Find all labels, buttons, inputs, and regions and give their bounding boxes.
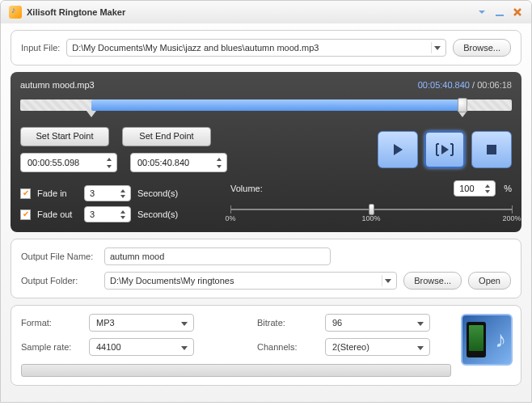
- spin-down-icon[interactable]: [482, 188, 493, 194]
- stop-button[interactable]: [471, 131, 512, 168]
- end-time-value: 00:05:40.840: [137, 158, 189, 167]
- input-file-path: D:\My Documents\My Music\jazz and blues\…: [72, 43, 319, 53]
- fade-in-label: Fade in: [37, 188, 78, 198]
- player-time: 00:05:40.840 / 00:06:18: [418, 80, 512, 90]
- bitrate-label: Bitrate:: [257, 318, 314, 328]
- fade-in-checkbox[interactable]: [20, 188, 31, 199]
- channels-select[interactable]: 2(Stereo): [325, 338, 430, 356]
- play-button[interactable]: [378, 131, 418, 168]
- spin-up-icon[interactable]: [213, 155, 225, 163]
- app-window: Xilisoft Ringtone Maker Input File: D:\M…: [0, 0, 532, 403]
- spin-down-icon[interactable]: [103, 163, 115, 170]
- fade-in-spinner[interactable]: 3: [84, 185, 131, 201]
- spin-up-icon[interactable]: [103, 155, 115, 163]
- app-title: Xilisoft Ringtone Maker: [27, 7, 470, 17]
- player-filename: autumn mood.mp3: [20, 80, 95, 90]
- fade-unit: Second(s): [137, 188, 178, 198]
- output-folder-label: Output Folder:: [21, 276, 98, 285]
- samplerate-label: Sample rate:: [21, 342, 78, 352]
- menu-dropdown-button[interactable]: [476, 6, 488, 18]
- phone-icon: [467, 322, 486, 357]
- svg-rect-1: [487, 145, 496, 154]
- start-time-value: 00:00:55.098: [27, 158, 79, 167]
- spin-up-icon[interactable]: [482, 183, 493, 188]
- fade-out-value: 3: [90, 209, 95, 219]
- minimize-button[interactable]: [494, 6, 505, 18]
- bitrate-select[interactable]: 96: [325, 314, 430, 332]
- set-end-button[interactable]: Set End Point: [122, 127, 211, 146]
- fade-out-checkbox[interactable]: [20, 209, 31, 220]
- dropdown-icon: [414, 317, 427, 330]
- samplerate-value: 44100: [96, 342, 121, 352]
- titlebar: Xilisoft Ringtone Maker: [1, 1, 531, 23]
- start-marker[interactable]: [87, 111, 96, 117]
- app-logo-icon: [9, 6, 22, 19]
- set-start-button[interactable]: Set Start Point: [20, 127, 109, 146]
- output-name-value: autumn mood: [110, 252, 164, 261]
- format-panel: Format: MP3 Bitrate: 96 Sample rate: 441…: [11, 305, 521, 386]
- fade-in-value: 3: [90, 188, 95, 198]
- play-selection-button[interactable]: [424, 131, 465, 168]
- output-name-field[interactable]: autumn mood: [104, 247, 331, 265]
- spin-up-icon[interactable]: [117, 188, 129, 193]
- dropdown-icon: [431, 42, 442, 53]
- format-select[interactable]: MP3: [89, 314, 194, 332]
- volume-value: 100: [459, 184, 474, 193]
- music-note-icon: ♪: [495, 327, 506, 353]
- timeline-track[interactable]: [20, 95, 512, 116]
- output-panel: Output File Name: autumn mood Output Fol…: [11, 239, 521, 298]
- channels-label: Channels:: [257, 342, 314, 352]
- fade-unit: Second(s): [137, 209, 178, 219]
- vol-tick-0: 0%: [225, 214, 235, 222]
- samplerate-select[interactable]: 44100: [89, 338, 194, 356]
- close-button[interactable]: [512, 6, 523, 18]
- dropdown-icon: [178, 317, 191, 330]
- input-panel: Input File: D:\My Documents\My Music\jaz…: [11, 30, 521, 66]
- output-folder-value: D:\My Documents\My ringtones: [110, 276, 234, 285]
- track-selection: [91, 99, 462, 111]
- playhead[interactable]: [458, 95, 467, 116]
- volume-spinner[interactable]: 100: [454, 180, 496, 197]
- start-time-spinner[interactable]: 00:00:55.098: [20, 153, 117, 172]
- vol-tick-2: 200%: [502, 214, 521, 222]
- spin-down-icon[interactable]: [117, 193, 129, 199]
- format-label: Format:: [21, 318, 78, 328]
- spin-down-icon[interactable]: [117, 214, 129, 220]
- volume-unit: %: [504, 184, 512, 193]
- end-time-spinner[interactable]: 00:05:40.840: [130, 153, 227, 172]
- output-folder-field[interactable]: D:\My Documents\My ringtones: [104, 272, 397, 290]
- dropdown-icon: [414, 341, 427, 354]
- input-file-field[interactable]: D:\My Documents\My Music\jazz and blues\…: [66, 39, 446, 57]
- output-browse-button[interactable]: Browse...: [403, 272, 462, 290]
- current-time: 00:05:40.840: [418, 80, 470, 90]
- total-time: 00:06:18: [477, 80, 512, 90]
- output-open-button[interactable]: Open: [468, 272, 511, 290]
- channels-value: 2(Stereo): [332, 342, 369, 352]
- input-browse-button[interactable]: Browse...: [453, 39, 511, 57]
- start-convert-button[interactable]: ♪: [461, 314, 513, 366]
- format-value: MP3: [96, 318, 115, 328]
- output-name-label: Output File Name:: [21, 252, 98, 261]
- bitrate-value: 96: [332, 318, 342, 328]
- dropdown-icon: [382, 275, 393, 286]
- input-file-label: Input File:: [21, 43, 60, 53]
- spin-down-icon[interactable]: [213, 163, 225, 170]
- vol-tick-1: 100%: [361, 214, 380, 222]
- spin-up-icon[interactable]: [117, 209, 129, 214]
- fade-out-label: Fade out: [37, 209, 78, 219]
- volume-slider[interactable]: 0% 100% 200%: [230, 200, 512, 219]
- player-panel: autumn mood.mp3 00:05:40.840 / 00:06:18 …: [11, 72, 521, 232]
- fade-out-spinner[interactable]: 3: [84, 206, 131, 222]
- dropdown-icon: [178, 341, 191, 354]
- progress-bar: [21, 364, 451, 377]
- volume-label: Volume:: [230, 184, 263, 193]
- svg-rect-0: [496, 15, 504, 16]
